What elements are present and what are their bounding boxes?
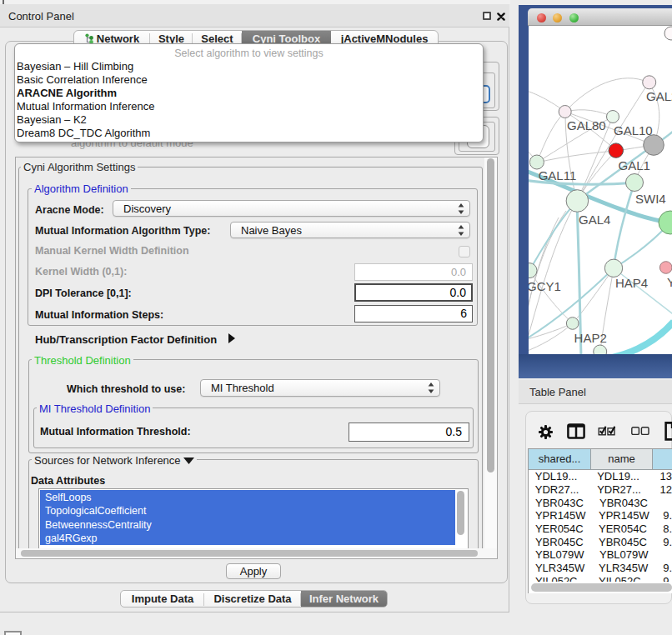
svg-text:GAL2: GAL2 — [646, 89, 672, 103]
svg-text:HAP2: HAP2 — [574, 331, 607, 345]
svg-text:HAP4: HAP4 — [615, 276, 648, 290]
svg-text:GAL80: GAL80 — [567, 118, 606, 132]
svg-text:GAL4: GAL4 — [579, 212, 610, 227]
svg-text:SWI4: SWI4 — [635, 192, 666, 206]
svg-text:GCY1: GCY1 — [529, 279, 561, 293]
svg-text:Y: Y — [667, 275, 672, 289]
svg-text:GAL11: GAL11 — [539, 168, 577, 182]
svg-text:GAL10: GAL10 — [614, 123, 653, 138]
svg-text:GAL1: GAL1 — [619, 158, 650, 172]
